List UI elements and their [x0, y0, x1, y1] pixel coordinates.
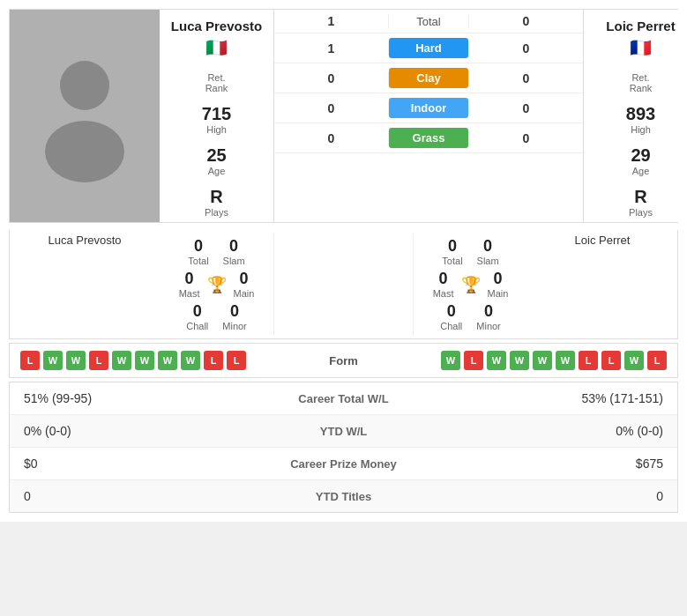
form-badge-p2: L: [464, 351, 483, 370]
player2-flag: 🇫🇷: [630, 37, 652, 58]
player1-stats-under: 0Total 0Slam 0Mast 🏆 0Main 0Chall 0Minor: [160, 234, 274, 335]
p2-chall: 0: [440, 302, 462, 321]
player2-stats-under: 0Total 0Slam 0Mast 🏆 0Main 0Chall 0Minor: [413, 234, 527, 335]
ytd-wl-row: 0% (0-0) YTD W/L 0% (0-0): [10, 415, 677, 448]
hard-badge: Hard: [389, 38, 468, 58]
career-wl-label: Career Total W/L: [237, 392, 451, 405]
form-badge-p1: W: [43, 351, 63, 370]
form-badge-p2: W: [441, 351, 460, 370]
p2-mast: 0: [433, 270, 454, 288]
form-badge-p2: W: [510, 351, 529, 370]
form-badge-p1: W: [112, 351, 131, 370]
player2-age-label: Age: [631, 166, 650, 176]
player1-high: 715: [202, 104, 231, 124]
form-badge-p1: W: [66, 351, 86, 370]
player1-plays-label: Plays: [205, 207, 228, 218]
p1-slam-label: Slam: [223, 256, 245, 266]
form-badge-p1: W: [181, 351, 200, 370]
total-label: Total: [416, 15, 440, 28]
player2-name: Loic Perret: [606, 19, 675, 33]
p1-minor: 0: [222, 302, 247, 321]
svg-point-1: [45, 121, 124, 182]
p2-total-label: Total: [442, 256, 462, 266]
form-label: Form: [329, 354, 358, 367]
career-wl-row: 51% (99-95) Career Total W/L 53% (171-15…: [10, 382, 677, 415]
form-badge-p1: L: [89, 351, 108, 370]
clay-badge: Clay: [389, 68, 468, 88]
clay-right: 0: [468, 71, 583, 85]
p2-chall-label: Chall: [440, 321, 462, 331]
player1-trophy-icon: 🏆: [207, 275, 227, 294]
p1-mast-label: Mast: [179, 288, 200, 299]
form-badge-p1: L: [20, 351, 40, 370]
p2-slam: 0: [477, 237, 499, 256]
grass-right: 0: [468, 131, 583, 145]
form-badge-p2: W: [487, 351, 506, 370]
indoor-left: 0: [274, 101, 389, 115]
player1-flag: 🇮🇹: [205, 37, 228, 58]
player2-high: 893: [626, 104, 655, 124]
form-right: WLWWWWLLWL: [376, 351, 667, 370]
form-badge-p2: L: [601, 351, 621, 370]
p2-main: 0: [488, 270, 509, 288]
career-wl-right: 53% (171-151): [450, 391, 663, 405]
form-badge-p1: L: [204, 351, 223, 370]
hard-right: 0: [468, 41, 583, 56]
p1-minor-label: Minor: [222, 321, 247, 331]
player2-plays: R: [629, 187, 653, 207]
form-left: LWWLWWWWLL: [20, 351, 311, 370]
player2-name-under: Loic Perret: [527, 234, 677, 335]
indoor-badge: Indoor: [389, 98, 468, 118]
clay-left: 0: [274, 71, 389, 85]
ytd-wl-label: YTD W/L: [237, 425, 451, 438]
player1-name: Luca Prevosto: [171, 19, 262, 33]
hard-row: 1 Hard 0: [274, 33, 583, 63]
p1-slam: 0: [223, 237, 245, 256]
grass-badge: Grass: [389, 128, 468, 148]
titles-left: 0: [24, 489, 237, 503]
total-right: 0: [468, 14, 583, 28]
form-badge-p2: W: [533, 351, 552, 370]
ytd-wl-right: 0% (0-0): [450, 424, 663, 438]
player2-header: Loic Perret 🇫🇷 Ret. Rank 893 High 29 Age…: [583, 10, 687, 222]
titles-row: 0 YTD Titles 0: [10, 480, 677, 512]
player2-age: 29: [631, 145, 650, 166]
ytd-wl-left: 0% (0-0): [24, 424, 237, 438]
player2-rank-label2: Rank: [630, 83, 653, 93]
player1-plays: R: [205, 187, 228, 207]
form-section: LWWLWWWWLL Form WLWWWWLLWL: [9, 343, 678, 378]
stats-table: 51% (99-95) Career Total W/L 53% (171-15…: [9, 382, 678, 513]
titles-label: YTD Titles: [237, 490, 451, 503]
p1-main-label: Main: [234, 288, 255, 299]
player1-name-under: Luca Prevosto: [10, 234, 160, 335]
indoor-right: 0: [468, 101, 583, 115]
p2-main-label: Main: [488, 288, 509, 299]
total-row: 1 Total 0: [274, 10, 583, 33]
p1-total-label: Total: [188, 256, 208, 266]
form-badge-p1: L: [227, 351, 246, 370]
player1-age: 25: [206, 145, 226, 166]
player2-plays-label: Plays: [629, 207, 653, 218]
player2-high-label: High: [626, 124, 655, 135]
p2-total: 0: [442, 237, 462, 256]
form-badge-p2: W: [624, 351, 644, 370]
player1-rank-label2: Rank: [205, 83, 228, 93]
player1-header: Luca Prevosto 🇮🇹 Ret. Rank 715 High 25 A…: [160, 10, 274, 222]
prize-right: $675: [450, 456, 663, 471]
clay-row: 0 Clay 0: [274, 63, 583, 93]
p1-chall: 0: [186, 302, 208, 321]
p2-mast-label: Mast: [433, 288, 454, 299]
svg-point-0: [60, 61, 109, 110]
p1-chall-label: Chall: [186, 321, 208, 331]
prize-label: Career Prize Money: [237, 457, 451, 471]
player1-rank-label: Ret.: [205, 72, 228, 83]
p1-main: 0: [234, 270, 255, 288]
player1-photo: [10, 10, 160, 222]
titles-right: 0: [450, 489, 663, 503]
career-wl-left: 51% (99-95): [24, 391, 237, 405]
indoor-row: 0 Indoor 0: [274, 93, 583, 123]
hard-left: 1: [274, 41, 389, 56]
player2-rank-label: Ret.: [630, 72, 653, 83]
p2-minor-label: Minor: [476, 321, 501, 331]
p1-total: 0: [188, 237, 208, 256]
